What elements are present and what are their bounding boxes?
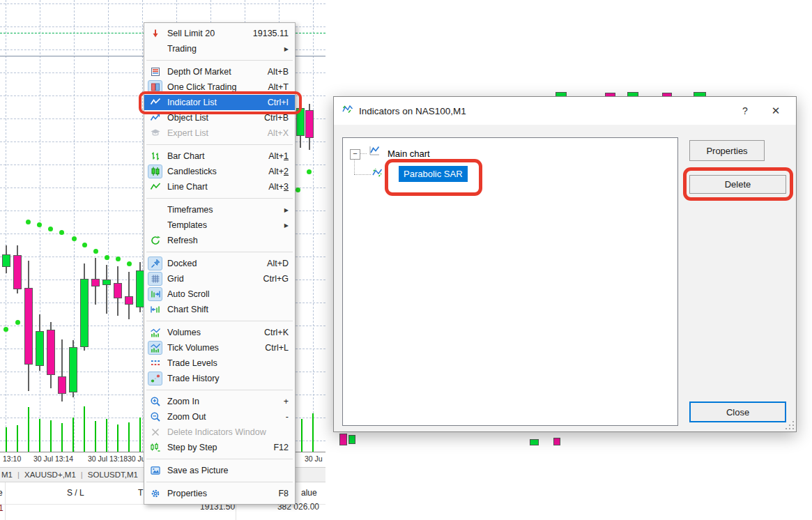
menu-item-expert-list[interactable]: Expert ListAlt+X (144, 125, 295, 141)
time-axis-label: 30 Jul 13:18 (88, 454, 128, 463)
close-button[interactable]: Close (689, 402, 786, 422)
submenu-arrow-icon: ▶ (284, 222, 289, 229)
no-icon (148, 218, 162, 232)
volume-bar (106, 419, 107, 452)
tick-volumes-icon (148, 341, 162, 355)
menu-item-label: Depth Of Market (167, 67, 261, 77)
step-by-step-icon (148, 441, 162, 454)
volume-bar (17, 425, 18, 452)
menu-item-label: Step by Step (167, 443, 266, 452)
menu-item-label: Properties (167, 489, 271, 498)
menu-item-label: Bar Chart (167, 151, 261, 161)
parabolic-sar-dot (72, 236, 77, 241)
chart-tab-m1[interactable]: M1 (1, 471, 13, 479)
parabolic-sar-dot (26, 220, 31, 224)
menu-item-label: Timeframes (167, 205, 277, 215)
menu-item-step-by-step[interactable]: Step by StepF12 (144, 440, 295, 455)
menu-item-shortcut: Ctrl+K (264, 328, 289, 337)
submenu-arrow-icon: ▶ (284, 46, 289, 52)
volume-bar (72, 418, 74, 452)
menu-item-save-as-picture[interactable]: Save as Picture (144, 463, 295, 478)
menu-item-auto-scroll[interactable]: Auto Scroll (144, 286, 295, 302)
tree-branch-line (360, 153, 367, 154)
menu-item-label: One Click Trading (167, 82, 261, 92)
menu-item-tick-volumes[interactable]: Tick VolumesCtrl+L (144, 340, 295, 355)
candlestick-down (305, 110, 314, 138)
menu-item-shortcut: Alt+D (267, 259, 289, 268)
time-axis-label: 30 Ju (305, 454, 323, 463)
table-header-fragment: e (0, 488, 3, 498)
close-icon[interactable]: ✕ (765, 102, 786, 119)
indicator-list-icon (148, 95, 162, 109)
menu-item-label: Chart Shift (167, 305, 289, 314)
candlestick-up (80, 279, 89, 347)
chart-fragment (339, 434, 347, 445)
chart-tab-solusdt-m1[interactable]: SOLUSDT,M1 (88, 471, 138, 479)
volume-bar (301, 419, 302, 452)
tree-item-parabolic-sar[interactable]: Parabolic SAR (399, 166, 468, 182)
menu-item-depth-of-market[interactable]: Depth Of MarketAlt+B (144, 64, 295, 79)
delete-button[interactable]: Delete (689, 175, 786, 194)
menu-item-trade-history[interactable]: Trade History (144, 371, 295, 386)
tree-branch-line (354, 174, 371, 175)
candlestick-up (102, 280, 111, 285)
menu-item-trade-levels[interactable]: Trade Levels (144, 355, 295, 371)
menu-separator (146, 144, 293, 145)
menu-item-templates[interactable]: Templates▶ (144, 217, 295, 233)
bar-chart-icon (148, 149, 162, 163)
table-column-divider (5, 482, 6, 520)
menu-item-shortcut: Ctrl+I (268, 98, 289, 107)
menu-item-sell-limit[interactable]: Sell Limit 2019135.11 (144, 26, 295, 41)
menu-item-label: Auto Scroll (167, 289, 289, 299)
table-header-tp: T (138, 488, 143, 498)
menu-item-refresh[interactable]: Refresh (144, 233, 295, 248)
dialog-titlebar: Indicators on NAS100,M1 (334, 97, 796, 125)
menu-item-label: Volumes (167, 328, 257, 337)
menu-item-delete-indicators-window[interactable]: Delete Indicators Window (144, 425, 295, 440)
volume-bar (50, 420, 52, 452)
menu-item-label: Grid (167, 274, 256, 284)
time-axis-label: 13:10 (3, 454, 21, 463)
resize-grip[interactable] (786, 421, 794, 429)
tree-expander-collapse[interactable]: − (350, 149, 360, 160)
no-icon (148, 42, 162, 56)
menu-separator (146, 198, 293, 199)
menu-item-trading[interactable]: Trading▶ (144, 41, 295, 56)
submenu-arrow-icon: ▶ (284, 207, 289, 213)
object-list-icon (148, 111, 162, 125)
parabolic-sar-dot (48, 227, 53, 231)
menu-item-label: Candlesticks (167, 167, 261, 176)
menu-item-label: Trade Levels (167, 358, 289, 368)
menu-item-line-chart[interactable]: Line ChartAlt+3 (144, 179, 295, 194)
tree-item-main-chart[interactable]: Main chart (388, 148, 430, 159)
table-header-sl: S / L (67, 488, 84, 498)
menu-item-one-click-trading[interactable]: One Click TradingAlt+T (144, 79, 295, 95)
help-button[interactable]: ? (735, 102, 756, 119)
indicator-tree-list[interactable]: − Main chart Parabolic SAR (342, 137, 678, 426)
menu-item-label: Templates (167, 220, 277, 230)
menu-item-shortcut: 19135.11 (253, 29, 289, 38)
properties-button[interactable]: Properties (689, 140, 765, 161)
menu-item-zoom-in[interactable]: Zoom In+ (144, 394, 295, 409)
menu-separator (146, 60, 293, 61)
menu-item-timeframes[interactable]: Timeframes▶ (144, 202, 295, 217)
menu-item-bar-chart[interactable]: Bar ChartAlt+1 (144, 148, 295, 164)
menu-item-properties[interactable]: PropertiesF8 (144, 486, 295, 501)
menu-item-grid[interactable]: GridCtrl+G (144, 271, 295, 286)
parabolic-sar-dot (3, 327, 8, 332)
parabolic-sar-dot (116, 257, 121, 261)
menu-item-object-list[interactable]: Object ListCtrl+B (144, 110, 295, 125)
menu-item-candlesticks[interactable]: CandlesticksAlt+2 (144, 164, 295, 179)
menu-item-chart-shift[interactable]: Chart Shift (144, 302, 295, 317)
menu-item-indicator-list[interactable]: Indicator ListCtrl+I (144, 95, 295, 110)
grid-line-vertical (313, 0, 314, 452)
no-icon (148, 203, 162, 217)
volume-bar (6, 427, 7, 452)
table-row-fragment: 1 (0, 503, 3, 513)
depth-of-market-icon (148, 65, 162, 79)
menu-item-docked[interactable]: DockedAlt+D (144, 256, 295, 271)
chart-tab-xauusd-m1[interactable]: XAUUSD+,M1 (24, 471, 76, 479)
menu-item-zoom-out[interactable]: Zoom Out- (144, 409, 295, 425)
tab-separator: | (17, 471, 20, 479)
menu-item-volumes[interactable]: VolumesCtrl+K (144, 325, 295, 340)
